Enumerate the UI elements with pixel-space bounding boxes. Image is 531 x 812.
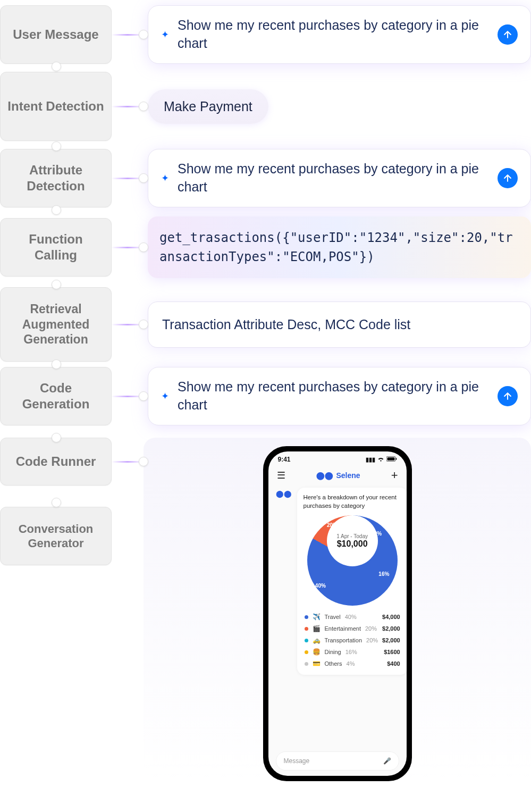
stage-user-message: User Message bbox=[0, 5, 112, 64]
phone-status-icons: ▮▮▮ bbox=[366, 456, 397, 463]
donut-date-range: 1 Apr - Today bbox=[336, 533, 368, 539]
stage-label: User Message bbox=[13, 27, 98, 43]
legend-color-dot bbox=[305, 650, 308, 654]
stage-conversation-generator: Conversation Generator bbox=[0, 507, 112, 565]
connector-horizontal bbox=[112, 396, 144, 397]
connector-horizontal bbox=[112, 34, 144, 36]
slice-label: 16% bbox=[378, 571, 389, 577]
legend-emoji-icon: 🍔 bbox=[313, 648, 321, 656]
app-name: Selene bbox=[336, 471, 360, 480]
row-function-calling: Function Calling get_trasactions({"userI… bbox=[0, 210, 531, 284]
mic-icon[interactable]: 🎤 bbox=[383, 757, 391, 765]
phone-message-input[interactable]: Message 🎤 bbox=[276, 751, 399, 771]
stage-function-calling: Function Calling bbox=[0, 218, 112, 277]
connector-horizontal bbox=[112, 247, 144, 248]
stage-label: Retrieval Augmented Generation bbox=[7, 302, 105, 347]
sparkle-icon: ✦ bbox=[161, 29, 169, 40]
legend-name: Travel bbox=[325, 614, 341, 620]
legend-name: Others bbox=[325, 660, 342, 667]
connector-vertical bbox=[51, 427, 62, 448]
row-code-runner: Code Runner Conversation Generator 9:41 bbox=[0, 438, 531, 781]
legend-row: 🍔 Dining 16% $1600 bbox=[304, 646, 401, 658]
stage-label: Code Runner bbox=[16, 454, 96, 470]
legend-row: ✈️ Travel 40% $4,000 bbox=[304, 611, 401, 623]
connector-vertical bbox=[51, 492, 62, 513]
stage-label: Attribute Detection bbox=[7, 162, 105, 194]
row-code-generation: Code Generation ✦ Show me my recent purc… bbox=[0, 364, 531, 428]
legend-pct: 20% bbox=[366, 637, 378, 643]
codegen-message-text: Show me my recent purchases by category … bbox=[178, 378, 489, 414]
row-intent-detection: Intent Detection Make Payment bbox=[0, 66, 531, 146]
svg-rect-1 bbox=[387, 457, 394, 461]
phone-body: ⬤⬤ Here's a breakdown of your recent pur… bbox=[268, 488, 407, 776]
signal-icon: ▮▮▮ bbox=[366, 456, 375, 463]
stage-label: Function Calling bbox=[7, 231, 105, 263]
legend-color-dot bbox=[305, 662, 308, 666]
legend-name: Entertainment bbox=[325, 625, 361, 632]
slice-label: 20% bbox=[327, 522, 338, 528]
send-button[interactable] bbox=[498, 168, 518, 188]
add-icon[interactable]: + bbox=[391, 468, 398, 482]
legend-emoji-icon: 🚕 bbox=[313, 637, 321, 644]
function-call-text: get_trasactions({"userID":"1234","size":… bbox=[159, 230, 513, 264]
connector-dot bbox=[52, 359, 61, 369]
connector-vertical bbox=[51, 354, 62, 375]
legend-row: 🚕 Transportation 20% $2,000 bbox=[304, 634, 401, 646]
battery-icon bbox=[386, 456, 397, 463]
intent-pill: Make Payment bbox=[148, 89, 268, 124]
chat-input-card: ✦ Show me my recent purchases by categor… bbox=[148, 5, 531, 64]
pipeline-diagram: User Message ✦ Show me my recent purchas… bbox=[0, 0, 531, 784]
rag-text: Transaction Attribute Desc, MCC Code lis… bbox=[162, 317, 410, 332]
stage-label: Code Generation bbox=[7, 380, 105, 412]
legend-row: 💳 Others 4% $400 bbox=[304, 658, 401, 669]
wifi-icon bbox=[377, 456, 384, 463]
legend-color-dot bbox=[305, 627, 308, 631]
connector-vertical bbox=[51, 274, 62, 295]
connector-dot bbox=[52, 433, 61, 442]
row-user-message: User Message ✦ Show me my recent purchas… bbox=[0, 3, 531, 66]
connector-horizontal bbox=[112, 178, 144, 179]
row-attribute-detection: Attribute Detection ✦ Show me my recent … bbox=[0, 146, 531, 210]
chat-input-card: ✦ Show me my recent purchases by categor… bbox=[148, 149, 531, 207]
stage-intent-detection: Intent Detection bbox=[0, 72, 112, 141]
row-rag: Retrieval Augmented Generation Transacti… bbox=[0, 284, 531, 364]
send-button[interactable] bbox=[498, 386, 518, 406]
slice-label: 40% bbox=[315, 583, 326, 589]
legend-pct: 20% bbox=[365, 625, 377, 632]
connector-vertical bbox=[51, 136, 62, 157]
connector-vertical bbox=[51, 199, 62, 221]
connector-dot bbox=[52, 498, 61, 507]
chat-input-card: ✦ Show me my recent purchases by categor… bbox=[148, 367, 531, 425]
send-button[interactable] bbox=[498, 24, 518, 45]
legend-emoji-icon: 🎬 bbox=[313, 625, 321, 632]
connector-dot bbox=[139, 242, 148, 252]
attribute-message-text: Show me my recent purchases by category … bbox=[178, 160, 489, 196]
user-message-text: Show me my recent purchases by category … bbox=[178, 16, 489, 53]
connector-dot bbox=[139, 102, 148, 111]
menu-icon[interactable]: ☰ bbox=[277, 470, 285, 481]
legend-pct: 16% bbox=[345, 649, 357, 655]
rag-card: Transaction Attribute Desc, MCC Code lis… bbox=[148, 302, 531, 348]
phone-time: 9:41 bbox=[278, 456, 291, 463]
chart-legend: ✈️ Travel 40% $4,000 🎬 Entertainment 20%… bbox=[304, 611, 401, 669]
legend-amount: $4,000 bbox=[382, 614, 400, 620]
legend-color-dot bbox=[305, 639, 308, 642]
connector-dot bbox=[139, 457, 148, 466]
stage-label: Conversation Generator bbox=[7, 522, 105, 551]
sparkle-icon: ✦ bbox=[161, 172, 169, 184]
connector-dot bbox=[52, 280, 61, 289]
phone-output-area: 9:41 ▮▮▮ bbox=[144, 438, 531, 781]
legend-amount: $1600 bbox=[384, 649, 400, 655]
stage-label: Intent Detection bbox=[7, 98, 104, 114]
legend-emoji-icon: ✈️ bbox=[313, 613, 321, 621]
phone-frame: 9:41 ▮▮▮ bbox=[263, 446, 412, 781]
legend-pct: 4% bbox=[347, 660, 355, 667]
legend-emoji-icon: 💳 bbox=[313, 660, 321, 667]
connector-horizontal bbox=[112, 461, 144, 463]
legend-amount: $2,000 bbox=[382, 625, 400, 632]
assistant-bubble: Here's a breakdown of your recent purcha… bbox=[297, 488, 407, 675]
legend-name: Dining bbox=[325, 649, 341, 655]
legend-color-dot bbox=[305, 615, 308, 619]
function-call-code: get_trasactions({"userID":"1234","size":… bbox=[148, 216, 531, 278]
legend-pct: 40% bbox=[345, 614, 357, 620]
